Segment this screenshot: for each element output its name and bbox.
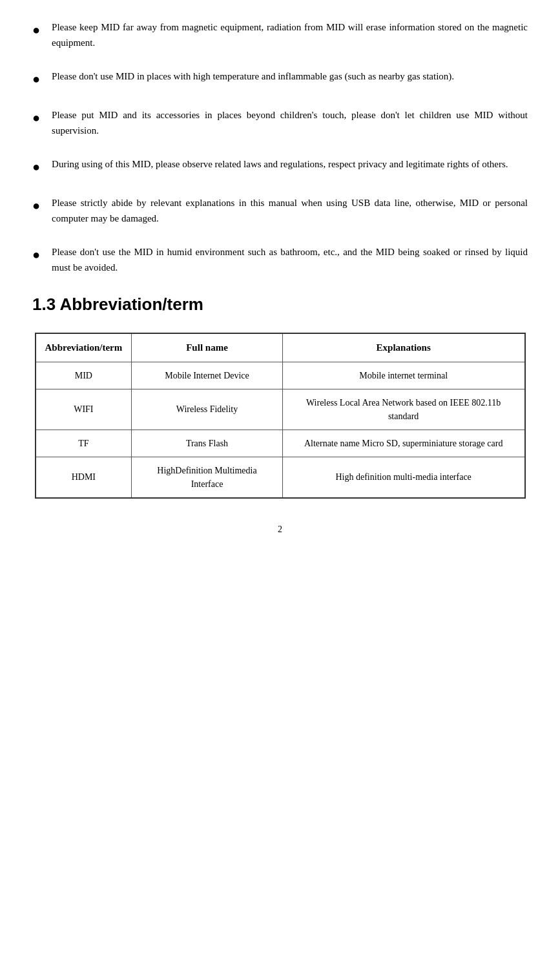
col-header-explanation: Explanations — [282, 333, 524, 362]
abbr-table-wrapper: Abbreviation/term Full name Explanations… — [32, 333, 528, 499]
bullet-text-5: Please strictly abide by relevant explan… — [52, 195, 528, 226]
bullet-text-3: Please put MID and its accessories in pl… — [52, 107, 528, 138]
bullet-text-1: Please keep MID far away from magnetic e… — [52, 19, 528, 50]
col-header-abbr: Abbreviation/term — [36, 333, 132, 362]
table-cell-explanation-3: High definition multi-media interface — [282, 457, 524, 498]
table-cell-abbr-3: HDMI — [36, 457, 132, 498]
bullet-dot-3: ● — [32, 107, 40, 128]
bullet-item-1: ● Please keep MID far away from magnetic… — [32, 19, 528, 50]
table-cell-explanation-0: Mobile internet terminal — [282, 362, 524, 389]
table-cell-fullname-2: Trans Flash — [132, 430, 283, 457]
bullet-item-3: ● Please put MID and its accessories in … — [32, 107, 528, 138]
bullet-item-4: ● During using of this MID, please obser… — [32, 156, 528, 177]
bullet-dot-2: ● — [32, 68, 40, 89]
table-cell-fullname-1: Wireless Fidelity — [132, 389, 283, 430]
bullet-item-6: ● Please don't use the MID in humid envi… — [32, 244, 528, 275]
bullet-text-6: Please don't use the MID in humid enviro… — [52, 244, 528, 275]
table-cell-explanation-2: Alternate name Micro SD, superminiature … — [282, 430, 524, 457]
bullet-item-2: ● Please don't use MID in places with hi… — [32, 68, 528, 89]
bullet-dot-1: ● — [32, 19, 40, 40]
table-cell-abbr-0: MID — [36, 362, 132, 389]
table-cell-abbr-2: TF — [36, 430, 132, 457]
table-cell-fullname-3: HighDefinition Multimedia Interface — [132, 457, 283, 498]
bullet-text-2: Please don't use MID in places with high… — [52, 68, 528, 84]
bullet-text-4: During using of this MID, please observe… — [52, 156, 528, 172]
table-row: HDMIHighDefinition Multimedia InterfaceH… — [36, 457, 525, 498]
table-cell-explanation-1: Wireless Local Area Network based on IEE… — [282, 389, 524, 430]
col-header-fullname: Full name — [132, 333, 283, 362]
bullet-dot-4: ● — [32, 156, 40, 177]
table-row: TFTrans FlashAlternate name Micro SD, su… — [36, 430, 525, 457]
bullet-dot-5: ● — [32, 195, 40, 216]
table-cell-fullname-0: Mobile Internet Device — [132, 362, 283, 389]
table-row: WIFIWireless FidelityWireless Local Area… — [36, 389, 525, 430]
table-row: MIDMobile Internet DeviceMobile internet… — [36, 362, 525, 389]
section-heading: 1.3 Abbreviation/term — [32, 295, 528, 315]
table-cell-abbr-1: WIFI — [36, 389, 132, 430]
table-header-row: Abbreviation/term Full name Explanations — [36, 333, 525, 362]
abbr-table: Abbreviation/term Full name Explanations… — [35, 333, 526, 499]
bullet-item-5: ● Please strictly abide by relevant expl… — [32, 195, 528, 226]
bullet-dot-6: ● — [32, 244, 40, 265]
page-number: 2 — [32, 524, 528, 535]
bullet-list: ● Please keep MID far away from magnetic… — [32, 19, 528, 275]
